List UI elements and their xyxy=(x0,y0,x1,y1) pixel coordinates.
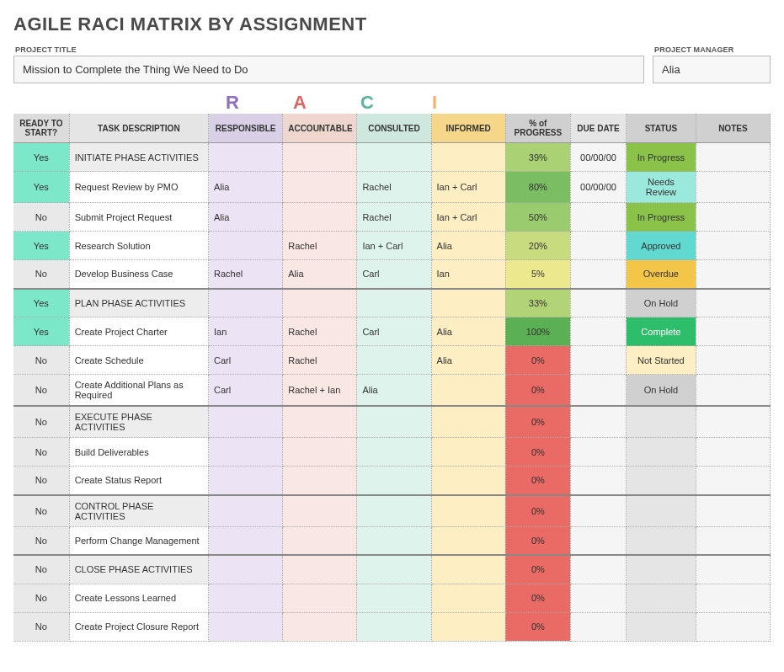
accountable-cell[interactable] xyxy=(283,612,357,641)
progress-cell[interactable]: 0% xyxy=(505,555,570,584)
status-cell[interactable]: Approved xyxy=(627,232,696,260)
due-date-cell[interactable] xyxy=(570,584,626,612)
task-desc-cell[interactable]: Perform Change Management xyxy=(69,526,208,555)
progress-cell[interactable]: 0% xyxy=(505,467,570,495)
due-date-cell[interactable] xyxy=(570,346,626,375)
consulted-cell[interactable]: Carl xyxy=(357,317,431,346)
due-date-cell[interactable] xyxy=(570,260,626,289)
accountable-cell[interactable] xyxy=(283,555,357,584)
task-desc-cell[interactable]: CLOSE PHASE ACTIVITIES xyxy=(69,555,208,584)
accountable-cell[interactable] xyxy=(283,406,357,438)
informed-cell[interactable] xyxy=(431,526,505,555)
responsible-cell[interactable] xyxy=(209,143,283,172)
status-cell[interactable]: In Progress xyxy=(627,143,696,172)
status-cell[interactable]: On Hold xyxy=(627,375,696,407)
task-desc-cell[interactable]: Create Project Closure Report xyxy=(69,612,208,641)
status-cell[interactable]: Needs Review xyxy=(627,172,696,203)
responsible-cell[interactable] xyxy=(209,406,283,438)
task-desc-cell[interactable]: Create Lessons Learned xyxy=(69,584,208,612)
progress-cell[interactable]: 0% xyxy=(505,495,570,527)
notes-cell[interactable] xyxy=(696,289,770,317)
consulted-cell[interactable] xyxy=(357,438,431,467)
project-manager-value[interactable]: Alia xyxy=(653,56,771,83)
ready-cell[interactable]: No xyxy=(13,203,69,232)
informed-cell[interactable] xyxy=(431,438,505,467)
task-desc-cell[interactable]: CONTROL PHASE ACTIVITIES xyxy=(69,495,208,527)
notes-cell[interactable] xyxy=(696,375,770,407)
task-desc-cell[interactable]: Create Schedule xyxy=(69,346,208,375)
accountable-cell[interactable] xyxy=(283,438,357,467)
informed-cell[interactable]: Ian xyxy=(431,260,505,289)
ready-cell[interactable]: No xyxy=(13,438,69,467)
task-desc-cell[interactable]: Develop Business Case xyxy=(69,260,208,289)
due-date-cell[interactable] xyxy=(570,203,626,232)
notes-cell[interactable] xyxy=(696,467,770,495)
responsible-cell[interactable] xyxy=(209,232,283,260)
progress-cell[interactable]: 0% xyxy=(505,584,570,612)
task-desc-cell[interactable]: INITIATE PHASE ACTIVITIES xyxy=(69,143,208,172)
due-date-cell[interactable] xyxy=(570,232,626,260)
status-cell[interactable]: Complete xyxy=(627,317,696,346)
responsible-cell[interactable] xyxy=(209,584,283,612)
ready-cell[interactable]: Yes xyxy=(13,317,69,346)
status-cell[interactable]: Overdue xyxy=(627,260,696,289)
ready-cell[interactable]: No xyxy=(13,584,69,612)
informed-cell[interactable] xyxy=(431,612,505,641)
task-desc-cell[interactable]: PLAN PHASE ACTIVITIES xyxy=(69,289,208,317)
informed-cell[interactable]: Ian + Carl xyxy=(431,203,505,232)
responsible-cell[interactable]: Rachel xyxy=(209,260,283,289)
informed-cell[interactable] xyxy=(431,467,505,495)
status-cell[interactable] xyxy=(627,584,696,612)
informed-cell[interactable] xyxy=(431,555,505,584)
notes-cell[interactable] xyxy=(696,346,770,375)
informed-cell[interactable]: Alia xyxy=(431,346,505,375)
task-desc-cell[interactable]: Create Additional Plans as Required xyxy=(69,375,208,407)
status-cell[interactable] xyxy=(627,438,696,467)
responsible-cell[interactable]: Carl xyxy=(209,375,283,407)
informed-cell[interactable]: Alia xyxy=(431,232,505,260)
ready-cell[interactable]: No xyxy=(13,612,69,641)
task-desc-cell[interactable]: Create Project Charter xyxy=(69,317,208,346)
consulted-cell[interactable]: Carl xyxy=(357,260,431,289)
accountable-cell[interactable] xyxy=(283,203,357,232)
notes-cell[interactable] xyxy=(696,317,770,346)
status-cell[interactable]: In Progress xyxy=(627,203,696,232)
consulted-cell[interactable] xyxy=(357,584,431,612)
notes-cell[interactable] xyxy=(696,612,770,641)
notes-cell[interactable] xyxy=(696,260,770,289)
responsible-cell[interactable] xyxy=(209,612,283,641)
responsible-cell[interactable]: Carl xyxy=(209,346,283,375)
accountable-cell[interactable]: Rachel xyxy=(283,317,357,346)
ready-cell[interactable]: No xyxy=(13,260,69,289)
progress-cell[interactable]: 39% xyxy=(505,143,570,172)
consulted-cell[interactable] xyxy=(357,612,431,641)
consulted-cell[interactable] xyxy=(357,143,431,172)
consulted-cell[interactable] xyxy=(357,406,431,438)
status-cell[interactable] xyxy=(627,495,696,527)
responsible-cell[interactable]: Alia xyxy=(209,172,283,203)
status-cell[interactable] xyxy=(627,526,696,555)
due-date-cell[interactable] xyxy=(570,375,626,407)
progress-cell[interactable]: 0% xyxy=(505,375,570,407)
due-date-cell[interactable]: 00/00/00 xyxy=(570,143,626,172)
ready-cell[interactable]: No xyxy=(13,555,69,584)
progress-cell[interactable]: 80% xyxy=(505,172,570,203)
ready-cell[interactable]: Yes xyxy=(13,172,69,203)
progress-cell[interactable]: 50% xyxy=(505,203,570,232)
notes-cell[interactable] xyxy=(696,438,770,467)
consulted-cell[interactable]: Rachel xyxy=(357,172,431,203)
responsible-cell[interactable] xyxy=(209,495,283,527)
notes-cell[interactable] xyxy=(696,172,770,203)
status-cell[interactable]: Not Started xyxy=(627,346,696,375)
accountable-cell[interactable]: Rachel xyxy=(283,232,357,260)
notes-cell[interactable] xyxy=(696,203,770,232)
status-cell[interactable] xyxy=(627,467,696,495)
ready-cell[interactable]: Yes xyxy=(13,143,69,172)
responsible-cell[interactable] xyxy=(209,467,283,495)
ready-cell[interactable]: No xyxy=(13,495,69,527)
progress-cell[interactable]: 0% xyxy=(505,346,570,375)
ready-cell[interactable]: Yes xyxy=(13,232,69,260)
due-date-cell[interactable] xyxy=(570,467,626,495)
due-date-cell[interactable] xyxy=(570,317,626,346)
accountable-cell[interactable] xyxy=(283,584,357,612)
